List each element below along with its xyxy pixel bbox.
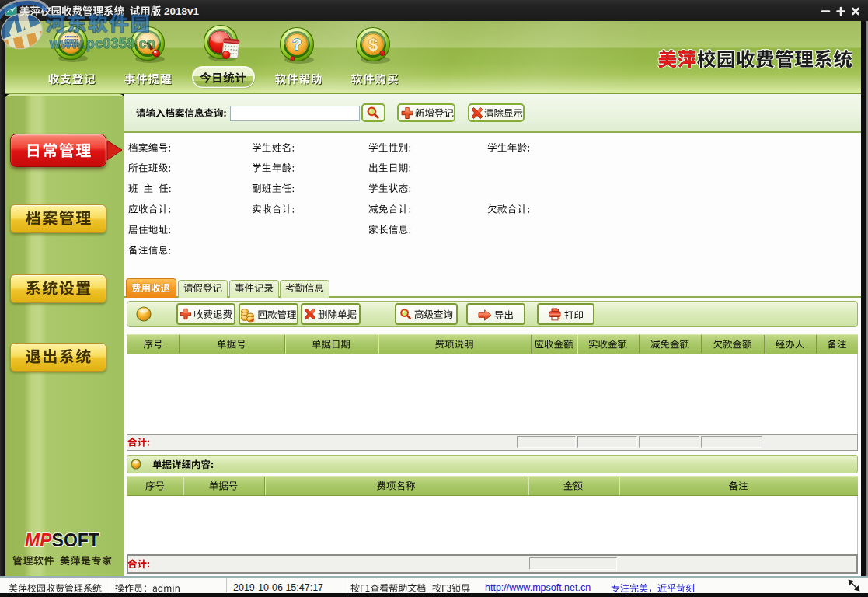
svg-text:$: $ <box>368 35 378 54</box>
svg-text:2019-10-06 15:47:17: 2019-10-06 15:47:17 <box>233 582 323 593</box>
svg-text:2018v1: 2018v1 <box>164 5 200 17</box>
svg-text:?: ? <box>292 36 302 53</box>
svg-text:MPSOFT: MPSOFT <box>25 530 99 550</box>
svg-text:www.pc0359.cn: www.pc0359.cn <box>49 36 155 51</box>
svg-text:http://www.mpsoft.net.cn: http://www.mpsoft.net.cn <box>485 582 591 593</box>
